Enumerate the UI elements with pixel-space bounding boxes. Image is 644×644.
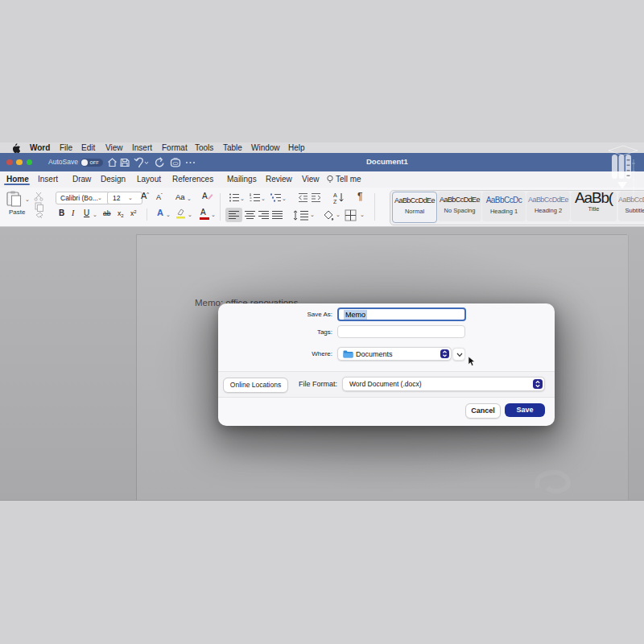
svg-text:Z: Z	[333, 199, 337, 204]
svg-text:A: A	[333, 192, 337, 198]
